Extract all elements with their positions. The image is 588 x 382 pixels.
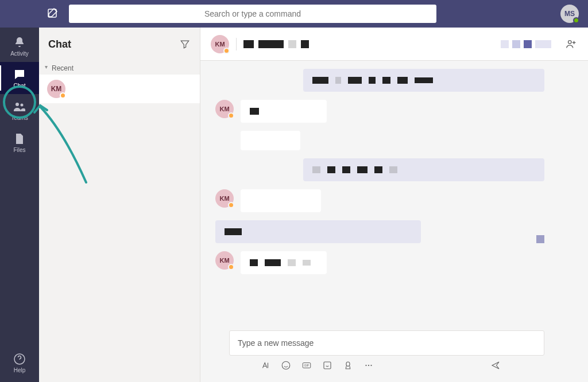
format-icon[interactable] [260, 360, 270, 371]
presence-away-icon [228, 264, 234, 270]
avatar-initials: KM [219, 257, 229, 264]
app-rail: Activity Chat Teams Files [0, 28, 39, 382]
header-tabs[interactable] [501, 40, 551, 48]
presence-away-icon [228, 202, 234, 208]
compose-icon[interactable] [46, 7, 60, 21]
self-avatar[interactable]: MS [560, 5, 579, 23]
sticker-icon[interactable] [322, 360, 332, 371]
svg-point-1 [16, 103, 19, 106]
message-outgoing[interactable] [215, 158, 544, 181]
svg-point-11 [370, 365, 372, 366]
bubble [241, 100, 327, 123]
self-initials: MS [564, 10, 575, 18]
help-icon [13, 352, 26, 366]
compose-box[interactable] [229, 330, 544, 356]
presence-away-icon [228, 112, 234, 119]
rail-label: Files [13, 147, 25, 153]
rail-label: Activity [10, 50, 29, 57]
presence-available-icon [573, 17, 579, 24]
compose-toolbar: GIF [229, 356, 544, 379]
presence-away-icon [60, 92, 66, 99]
file-icon [13, 132, 26, 146]
chat-list-panel: Chat Recent KM [39, 28, 200, 382]
bubble [303, 158, 544, 181]
message-avatar: KM [215, 189, 234, 208]
chat-panel-title: Chat [48, 38, 71, 50]
gif-icon[interactable]: GIF [301, 360, 312, 371]
header-avatar[interactable]: KM [211, 35, 229, 53]
reaction-indicator[interactable] [536, 235, 544, 243]
presence-away-icon [223, 48, 230, 54]
message-list: KM [200, 61, 588, 325]
people-icon [13, 100, 26, 114]
rail-files[interactable]: Files [0, 126, 39, 158]
message-incoming[interactable] [215, 131, 544, 150]
svg-point-4 [568, 40, 572, 44]
emoji-icon[interactable] [281, 360, 291, 371]
conversation-header: KM [200, 28, 588, 61]
filter-icon[interactable] [179, 38, 191, 50]
message-avatar: KM [215, 251, 234, 270]
rail-label: Chat [13, 83, 25, 89]
avatar-initials: KM [219, 195, 229, 202]
composer-area: GIF [200, 325, 588, 382]
chat-icon [13, 68, 26, 81]
message-outgoing[interactable] [215, 69, 544, 92]
praise-icon[interactable] [343, 360, 353, 371]
message-avatar: KM [215, 100, 234, 118]
recent-section-label[interactable]: Recent [39, 61, 200, 75]
add-participant-icon[interactable] [565, 38, 578, 50]
bubble [241, 131, 300, 150]
chat-list-item[interactable]: KM [39, 75, 200, 103]
contact-avatar: KM [47, 80, 65, 98]
bubble [241, 251, 327, 274]
chat-panel-header: Chat [39, 28, 200, 61]
rail-label: Help [14, 367, 26, 373]
rail-help[interactable]: Help [0, 346, 39, 379]
rail-activity[interactable]: Activity [0, 30, 39, 62]
avatar-initials: KM [215, 41, 225, 48]
svg-rect-8 [324, 362, 331, 369]
title-bar: MS [0, 0, 588, 28]
message-input[interactable] [238, 338, 536, 348]
message-incoming[interactable]: KM [215, 189, 544, 212]
svg-point-9 [365, 365, 366, 366]
rail-chat[interactable]: Chat [0, 62, 39, 94]
bubble [303, 69, 544, 92]
more-icon[interactable] [363, 360, 374, 371]
redacted-text [71, 85, 152, 92]
redacted-contact-name [243, 40, 309, 48]
rail-label: Teams [11, 115, 28, 121]
svg-point-10 [368, 365, 369, 366]
send-icon[interactable] [490, 360, 501, 371]
avatar-initials: KM [51, 85, 62, 93]
message-outgoing[interactable] [215, 220, 544, 243]
avatar-initials: KM [219, 106, 229, 112]
search-input[interactable] [69, 5, 436, 23]
divider [236, 38, 237, 50]
bubble [241, 189, 321, 212]
svg-text:GIF: GIF [304, 364, 310, 367]
conversation-area: KM [200, 28, 588, 382]
svg-point-5 [282, 361, 290, 369]
svg-point-2 [21, 103, 24, 106]
bubble [215, 220, 421, 243]
rail-teams[interactable]: Teams [0, 94, 39, 126]
message-incoming[interactable]: KM [215, 251, 544, 274]
message-incoming[interactable]: KM [215, 100, 544, 123]
bell-icon [13, 36, 26, 49]
